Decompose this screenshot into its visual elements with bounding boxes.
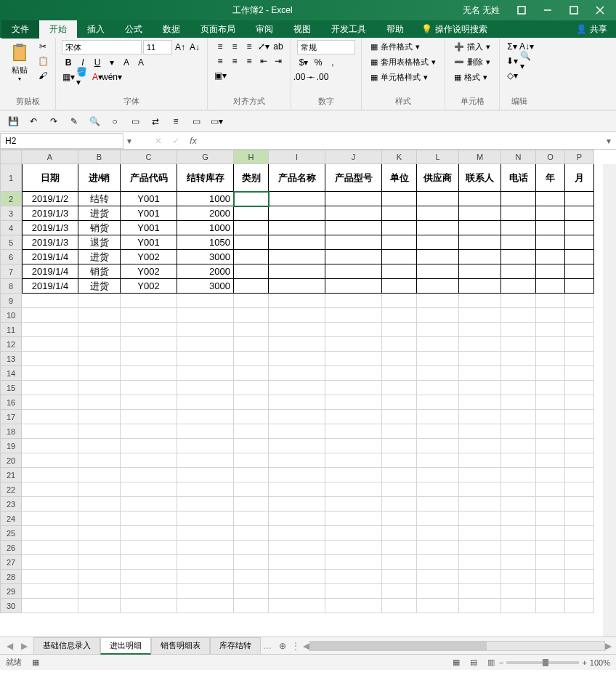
row-header[interactable]: 11 <box>0 323 22 337</box>
cell-K21[interactable] <box>382 468 417 482</box>
align-bottom-button[interactable]: ≡ <box>243 40 256 53</box>
cell-L7[interactable] <box>417 264 459 279</box>
cell-H6[interactable] <box>234 250 269 264</box>
cell-O16[interactable] <box>536 395 565 410</box>
tab-page-layout[interactable]: 页面布局 <box>190 20 246 39</box>
formula-input[interactable] <box>202 140 601 142</box>
cell-M13[interactable] <box>459 352 501 366</box>
cell-P21[interactable] <box>565 468 594 482</box>
cell-O2[interactable] <box>536 192 565 206</box>
cell-I9[interactable] <box>269 294 325 308</box>
cell-P16[interactable] <box>565 395 594 410</box>
share-button[interactable]: 👤 共享 <box>569 23 615 36</box>
cell-N23[interactable] <box>501 497 536 512</box>
cell-B12[interactable] <box>78 337 121 352</box>
column-header-B[interactable]: B <box>78 150 121 164</box>
cell-B3[interactable]: 进货 <box>78 206 121 221</box>
cell-K16[interactable] <box>382 395 417 410</box>
cell-K24[interactable] <box>382 512 417 526</box>
tab-insert[interactable]: 插入 <box>77 20 115 39</box>
cell-I6[interactable] <box>269 250 325 264</box>
number-format-select[interactable] <box>297 40 355 54</box>
minimize-button[interactable] <box>536 1 559 19</box>
ribbon-display-button[interactable] <box>510 1 533 19</box>
font-name-input[interactable] <box>62 40 142 54</box>
cell-M4[interactable] <box>459 221 501 235</box>
cell-O7[interactable] <box>536 264 565 279</box>
cell-N5[interactable] <box>501 235 536 250</box>
cell-G4[interactable]: 1000 <box>177 221 234 235</box>
cell-B6[interactable]: 进货 <box>78 250 121 264</box>
cell-K23[interactable] <box>382 497 417 512</box>
cell-N18[interactable] <box>501 424 536 439</box>
indent-inc-button[interactable]: ⇥ <box>272 54 285 68</box>
align-center-button[interactable]: ≡ <box>228 54 241 68</box>
cell-C27[interactable] <box>121 555 177 570</box>
cell-H25[interactable] <box>234 526 269 541</box>
cell-L22[interactable] <box>417 482 459 497</box>
cell-L11[interactable] <box>417 323 459 337</box>
cell-L23[interactable] <box>417 497 459 512</box>
column-header-N[interactable]: N <box>501 150 536 164</box>
cell-N7[interactable] <box>501 264 536 279</box>
cell-C23[interactable] <box>121 497 177 512</box>
cell-P11[interactable] <box>565 323 594 337</box>
cell-J28[interactable] <box>325 570 382 584</box>
cell-H17[interactable] <box>234 410 269 424</box>
tab-formulas[interactable]: 公式 <box>115 20 153 39</box>
cell-J2[interactable] <box>325 192 382 206</box>
cell-N29[interactable] <box>501 584 536 599</box>
cell-I25[interactable] <box>269 526 325 541</box>
font-size-input[interactable] <box>143 40 172 54</box>
borders-button[interactable]: ▦▾ <box>62 70 75 84</box>
cell-C15[interactable] <box>121 381 177 395</box>
cell-N26[interactable] <box>501 541 536 555</box>
cell-G9[interactable] <box>177 294 234 308</box>
cell-P24[interactable] <box>565 512 594 526</box>
cell-G5[interactable]: 1050 <box>177 235 234 250</box>
cell-P6[interactable] <box>565 250 594 264</box>
cell-O27[interactable] <box>536 555 565 570</box>
formula-cancel-button[interactable]: ✕ <box>150 136 167 146</box>
cell-A22[interactable] <box>22 482 78 497</box>
cell-I27[interactable] <box>269 555 325 570</box>
cell-P13[interactable] <box>565 352 594 366</box>
increase-font-button[interactable]: A↑ <box>174 41 187 54</box>
cell-N21[interactable] <box>501 468 536 482</box>
cell-L12[interactable] <box>417 337 459 352</box>
cell-M26[interactable] <box>459 541 501 555</box>
cell-J30[interactable] <box>325 599 382 613</box>
cell-K7[interactable] <box>382 264 417 279</box>
cell-C1[interactable]: 产品代码 <box>121 164 177 192</box>
qat-btn-6[interactable]: ○ <box>108 114 122 129</box>
cell-L9[interactable] <box>417 294 459 308</box>
row-header[interactable]: 26 <box>0 541 22 555</box>
paste-button[interactable]: 粘贴 ▾ <box>4 40 35 84</box>
cell-L3[interactable] <box>417 206 459 221</box>
cell-O25[interactable] <box>536 526 565 541</box>
cell-B13[interactable] <box>78 352 121 366</box>
cell-M2[interactable] <box>459 192 501 206</box>
cell-H20[interactable] <box>234 453 269 468</box>
cell-P2[interactable] <box>565 192 594 206</box>
align-right-button[interactable]: ≡ <box>243 54 256 68</box>
cell-L26[interactable] <box>417 541 459 555</box>
cell-P12[interactable] <box>565 337 594 352</box>
merge-button[interactable]: ▣▾ <box>214 69 227 82</box>
tell-me[interactable]: 💡 操作说明搜索 <box>414 23 495 36</box>
column-header-L[interactable]: L <box>417 150 459 164</box>
cell-M27[interactable] <box>459 555 501 570</box>
cell-C28[interactable] <box>121 570 177 584</box>
column-header-M[interactable]: M <box>459 150 501 164</box>
cell-M10[interactable] <box>459 308 501 323</box>
cell-J27[interactable] <box>325 555 382 570</box>
cell-H2[interactable] <box>234 192 269 206</box>
cell-J25[interactable] <box>325 526 382 541</box>
cell-B20[interactable] <box>78 453 121 468</box>
cell-B24[interactable] <box>78 512 121 526</box>
sheet-next-button[interactable]: ▶ <box>17 641 31 651</box>
cell-J20[interactable] <box>325 453 382 468</box>
save-button[interactable]: 💾 <box>6 114 20 129</box>
cell-J24[interactable] <box>325 512 382 526</box>
cell-L27[interactable] <box>417 555 459 570</box>
